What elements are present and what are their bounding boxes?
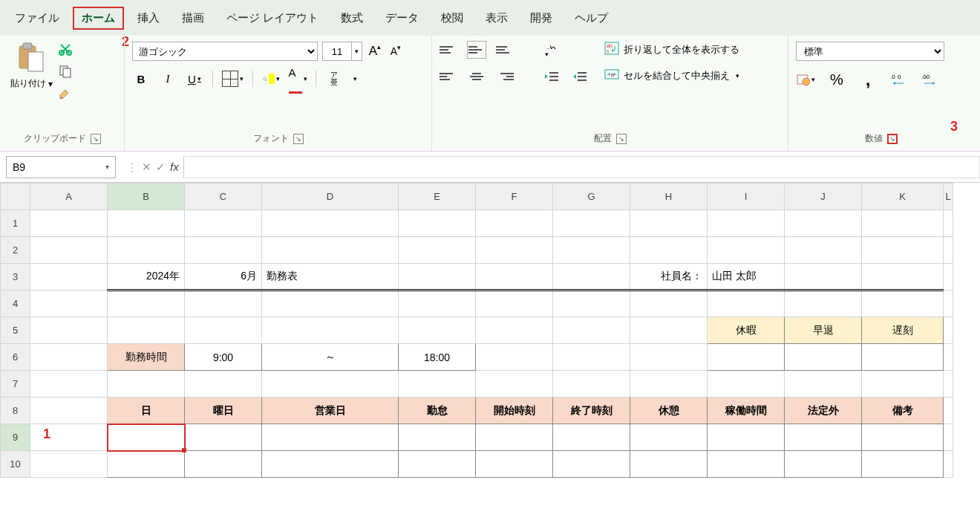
cell-G9[interactable] <box>553 424 630 451</box>
number-dialog-launcher[interactable]: ↘ <box>887 134 898 144</box>
row-header-3[interactable]: 3 <box>1 264 30 291</box>
cell-K9[interactable] <box>862 424 944 451</box>
col-header-F[interactable]: F <box>476 184 553 210</box>
cell-F9[interactable] <box>476 424 553 451</box>
format-painter-button[interactable] <box>58 86 73 101</box>
row-header-2[interactable]: 2 <box>1 237 30 264</box>
cell-L2[interactable] <box>944 237 953 264</box>
chevron-down-icon[interactable]: ▾ <box>240 75 244 82</box>
col-header-E[interactable]: E <box>399 184 476 210</box>
cell-I4[interactable] <box>708 291 785 317</box>
cell-I7[interactable] <box>708 371 785 398</box>
cell-D10[interactable] <box>262 451 399 478</box>
cell-L1[interactable] <box>944 210 953 237</box>
cell-E3[interactable] <box>399 264 476 291</box>
row-header-7[interactable]: 7 <box>1 371 30 398</box>
align-dialog-launcher[interactable]: ↘ <box>616 134 627 144</box>
menu-data[interactable]: データ <box>376 7 428 30</box>
number-format-select[interactable]: 標準 <box>796 42 944 61</box>
font-color-button[interactable]: A▾ <box>289 70 307 88</box>
clipboard-dialog-launcher[interactable]: ↘ <box>91 134 101 144</box>
accounting-format-button[interactable]: ▾ <box>796 71 815 88</box>
cell-J10[interactable] <box>785 451 862 478</box>
cell-F7[interactable] <box>476 371 553 398</box>
cell-L8[interactable] <box>944 398 953 424</box>
phonetic-button[interactable]: ア 亜 <box>325 70 343 88</box>
decrease-decimal-button[interactable]: .00 <box>921 71 940 88</box>
cell-G1[interactable] <box>553 210 630 237</box>
cell-K8[interactable]: 備考 <box>862 398 944 424</box>
cell-L9[interactable] <box>944 424 953 451</box>
chevron-down-icon[interactable]: ▾ <box>105 163 109 171</box>
cell-C8[interactable]: 曜日 <box>185 398 262 424</box>
chevron-down-icon[interactable]: ▾ <box>736 72 739 80</box>
cell-A8[interactable] <box>30 398 108 424</box>
cell-C6[interactable]: 9:00 <box>185 344 262 371</box>
cell-G3[interactable] <box>553 264 630 291</box>
cell-J4[interactable] <box>785 291 862 317</box>
cell-I1[interactable] <box>708 210 785 237</box>
cell-G7[interactable] <box>553 371 630 398</box>
cell-J5[interactable]: 早退 <box>785 317 862 344</box>
col-header-K[interactable]: K <box>862 184 944 210</box>
fx-button[interactable]: fx <box>170 160 179 174</box>
cell-G10[interactable] <box>553 451 630 478</box>
cell-H1[interactable] <box>630 210 708 237</box>
cell-B3[interactable]: 2024年 <box>108 264 185 291</box>
cell-A5[interactable] <box>30 317 108 344</box>
increase-decimal-button[interactable]: .00 <box>889 71 909 88</box>
menu-view[interactable]: 表示 <box>477 7 517 30</box>
cell-D8[interactable]: 営業日 <box>262 398 399 424</box>
increase-indent-button[interactable] <box>572 68 589 85</box>
cell-J9[interactable] <box>785 424 862 451</box>
cell-A6[interactable] <box>30 344 108 371</box>
cell-K2[interactable] <box>862 237 944 264</box>
row-header-4[interactable]: 4 <box>1 291 30 317</box>
row-header-9[interactable]: 9 <box>1 424 30 451</box>
cut-button[interactable] <box>58 42 73 56</box>
cell-C1[interactable] <box>185 210 262 237</box>
paste-button[interactable]: 貼り付け▾ <box>7 42 55 90</box>
cell-H5[interactable] <box>630 317 708 344</box>
cell-D6[interactable]: ～ <box>262 344 399 371</box>
cell-F2[interactable] <box>476 237 553 264</box>
cell-A7[interactable] <box>30 371 108 398</box>
cell-I2[interactable] <box>708 237 785 264</box>
col-header-G[interactable]: G <box>553 184 630 210</box>
orientation-button[interactable]: ab▾ <box>543 42 561 58</box>
increase-font-button[interactable]: A▴ <box>367 43 383 59</box>
font-dialog-launcher[interactable]: ↘ <box>293 134 304 144</box>
cell-E1[interactable] <box>399 210 476 237</box>
chevron-down-icon[interactable]: ▾ <box>197 75 201 82</box>
cell-F8[interactable]: 開始時刻 <box>476 398 553 424</box>
row-header-10[interactable]: 10 <box>1 451 30 478</box>
cell-K5[interactable]: 遅刻 <box>862 317 944 344</box>
cell-L5[interactable] <box>944 317 953 344</box>
col-header-H[interactable]: H <box>630 184 708 210</box>
menu-home[interactable]: ホーム <box>73 7 124 30</box>
cell-I5[interactable]: 休暇 <box>708 317 785 344</box>
align-bottom-button[interactable] <box>496 42 514 58</box>
col-header-A[interactable]: A <box>30 184 108 210</box>
cell-A9[interactable] <box>30 424 108 451</box>
decrease-indent-button[interactable] <box>543 68 561 85</box>
cell-H9[interactable] <box>630 424 708 451</box>
menu-help[interactable]: ヘルプ <box>566 7 617 30</box>
align-middle-button[interactable] <box>468 42 486 58</box>
cell-F5[interactable] <box>476 317 553 344</box>
comma-button[interactable]: , <box>858 71 878 88</box>
menu-insert[interactable]: 挿入 <box>128 7 169 30</box>
align-right-button[interactable] <box>496 68 514 85</box>
col-header-I[interactable]: I <box>708 184 785 210</box>
cell-F4[interactable] <box>476 291 553 317</box>
cell-J6[interactable] <box>785 344 862 371</box>
underline-button[interactable]: U▾ <box>186 70 203 88</box>
cell-H2[interactable] <box>630 237 708 264</box>
confirm-formula-button[interactable]: ✓ <box>156 160 166 174</box>
cell-E6[interactable]: 18:00 <box>399 344 476 371</box>
cell-A2[interactable] <box>30 237 108 264</box>
cell-E10[interactable] <box>399 451 476 478</box>
cell-B5[interactable] <box>108 317 185 344</box>
cell-A10[interactable] <box>30 451 108 478</box>
row-header-5[interactable]: 5 <box>1 317 30 344</box>
